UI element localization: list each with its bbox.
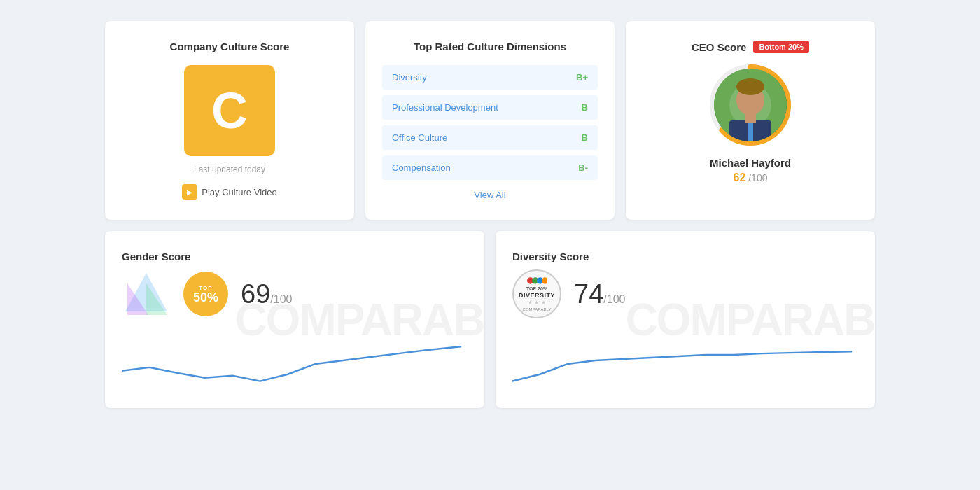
ceo-score-line: 62 /100 [734,172,768,184]
gender-score-card: COMPARABLY Gender Score TOP 50% [105,231,484,408]
diversity-badge-icon [527,276,547,286]
last-updated-text: Last updated today [194,164,265,174]
gender-card-title: Gender Score [122,251,468,262]
dimension-name-diversity: Diversity [392,72,427,83]
top-grid: Company Culture Score C Last updated tod… [105,21,875,220]
diversity-card-title: Diversity Score [512,251,858,262]
diversity-top20-text: TOP 20% [526,286,547,292]
diversity-award-badge: TOP 20% DIVERSITY ★ ★ ★ COMPARABLY [512,270,561,318]
gender-score-number: 69/100 [241,279,292,309]
gender-big-score: 69/100 [241,279,292,309]
bottom-grid: COMPARABLY Gender Score TOP 50% [105,231,875,408]
dimension-name-comp: Compensation [392,162,451,173]
ceo-out-of: /100 [748,172,767,183]
ceo-card-title: CEO Score Bottom 20% [643,41,858,53]
diversity-out-of: /100 [603,293,625,305]
diversity-chart [512,332,858,388]
ceo-avatar-wrapper [708,63,792,147]
dimensions-card-title: Top Rated Culture Dimensions [382,41,598,52]
play-icon: ▶ [182,184,197,200]
dimension-row-prodev[interactable]: Professional Development B [382,95,598,120]
ceo-score-card: CEO Score Bottom 20% [626,21,875,220]
diversity-line-chart [512,332,858,388]
diversity-score-row: TOP 20% DIVERSITY ★ ★ ★ COMPARABLY 74/10… [512,270,858,318]
gender-badge-pct: 50% [193,291,218,304]
culture-score-box: C [184,65,275,156]
dimensions-list: Diversity B+ Professional Development B … [382,65,598,180]
gender-out-of: /100 [270,293,292,305]
diversity-score-card: COMPARABLY Diversity Score TOP 20% DIVER… [496,231,875,408]
svg-point-5 [736,78,764,95]
ceo-name: Michael Hayford [710,157,791,169]
dimension-name-office: Office Culture [392,132,447,143]
view-all-link[interactable]: View All [382,190,598,200]
svg-rect-8 [745,113,756,123]
gender-score-row: TOP 50% 69/100 [122,270,468,318]
dimension-row-office[interactable]: Office Culture B [382,125,598,150]
play-label: Play Culture Video [202,187,276,197]
gender-line-chart [122,332,468,388]
ceo-avatar [714,69,787,141]
culture-card-title: Company Culture Score [170,41,290,52]
ceo-portrait-svg [714,69,787,141]
dimensions-card: Top Rated Culture Dimensions Diversity B… [365,21,615,220]
play-culture-button[interactable]: ▶ Play Culture Video [182,184,276,200]
culture-score-card: Company Culture Score C Last updated tod… [105,21,354,220]
dimension-grade-comp: B- [578,162,588,173]
dimension-grade-diversity: B+ [576,72,588,83]
dimension-row-diversity[interactable]: Diversity B+ [382,65,598,90]
gender-top-badge: TOP 50% [183,272,228,316]
diversity-badge-label: DIVERSITY [519,292,555,300]
diversity-stars: ★ ★ ★ [528,300,545,307]
gender-shape-icon [122,270,171,318]
dimension-name-prodev: Professional Development [392,102,498,113]
dimension-grade-office: B [582,132,588,143]
culture-letter: C [211,85,248,136]
svg-marker-11 [146,284,167,315]
diversity-score-number: 74/100 [574,279,625,309]
ceo-score-number: 62 [734,172,746,183]
bottom-20-badge: Bottom 20% [753,41,809,53]
diversity-badge-comparably: COMPARABLY [523,307,552,313]
svg-point-15 [542,277,547,284]
svg-rect-7 [748,120,753,141]
diversity-big-score: 74/100 [574,279,625,309]
dimension-grade-prodev: B [582,102,588,113]
gender-chart [122,332,468,388]
dimension-row-comp[interactable]: Compensation B- [382,155,598,180]
